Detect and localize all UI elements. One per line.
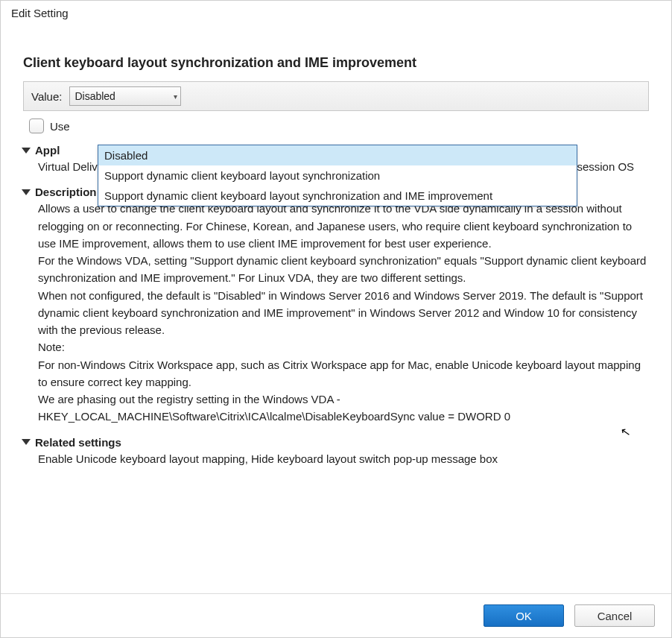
section-related: Related settings Enable Unicode keyboard… xyxy=(23,436,649,467)
use-default-label: Use xyxy=(50,120,70,133)
section-related-title: Related settings xyxy=(35,436,121,449)
dialog-content: Client keyboard layout synchronization a… xyxy=(1,22,671,593)
window-title: Edit Setting xyxy=(1,1,671,22)
dropdown-option[interactable]: Support dynamic client keyboard layout s… xyxy=(98,186,577,206)
section-description-title: Description xyxy=(35,186,97,198)
ok-button[interactable]: OK xyxy=(484,604,564,627)
section-description: Description Allows a user to change the … xyxy=(23,186,649,425)
button-bar: OK Cancel xyxy=(1,593,671,637)
expand-icon xyxy=(22,439,31,445)
section-applies-to-title: Appl xyxy=(35,144,60,157)
setting-title: Client keyboard layout synchronization a… xyxy=(23,55,649,71)
section-related-header[interactable]: Related settings xyxy=(23,436,649,449)
dropdown-option[interactable]: Disabled xyxy=(98,145,577,165)
section-description-body: Allows a user to change the client keybo… xyxy=(38,200,649,425)
expand-icon xyxy=(22,189,31,195)
cancel-button[interactable]: Cancel xyxy=(574,604,655,627)
use-default-checkbox[interactable] xyxy=(29,119,44,133)
value-combobox-text: Disabled xyxy=(75,90,115,102)
value-label: Value: xyxy=(30,90,62,103)
section-related-body: Enable Unicode keyboard layout mapping, … xyxy=(38,450,649,467)
chevron-down-icon: ▾ xyxy=(174,92,177,101)
edit-setting-dialog: Edit Setting Client keyboard layout sync… xyxy=(0,0,672,638)
use-default-row: Use xyxy=(23,119,649,133)
value-combobox[interactable]: Disabled ▾ xyxy=(69,86,181,106)
expand-icon xyxy=(22,148,31,154)
dropdown-option[interactable]: Support dynamic client keyboard layout s… xyxy=(98,165,577,186)
value-bar: Value: Disabled ▾ xyxy=(23,81,649,111)
value-dropdown-list[interactable]: Disabled Support dynamic client keyboard… xyxy=(98,145,577,206)
